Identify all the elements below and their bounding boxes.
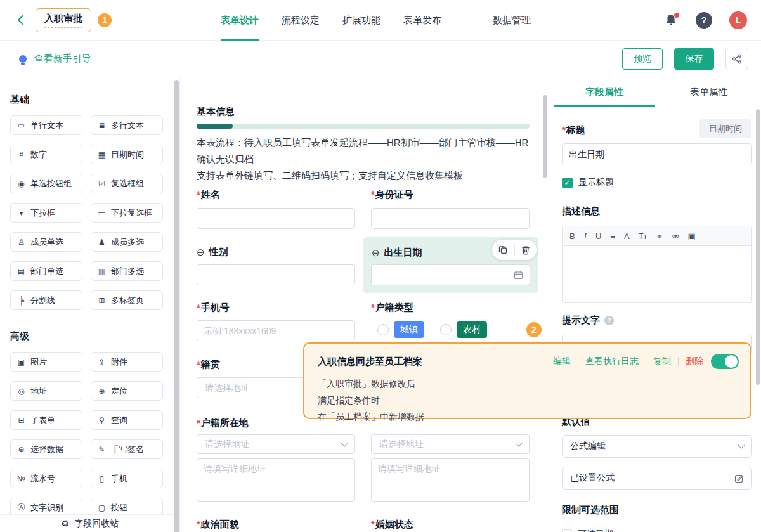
sidebar-field-number[interactable]: #数字 [10,145,82,164]
textarea-address-detail-1[interactable] [197,458,355,502]
sidebar-field-multi-line-text[interactable]: ≣多行文本 [91,115,163,135]
sidebar-field-label: 查询 [111,415,127,426]
field-label-birth-date: ⊖ 出生日期 [372,247,422,259]
prop-hint-label: 提示文字 ? [562,315,614,327]
share-button[interactable] [725,48,748,70]
sidebar-field-dropdown[interactable]: ▾下拉框 [10,203,82,223]
sidebar-field-query[interactable]: ⚲查询 [91,410,163,430]
chevron-left-icon [18,15,28,25]
topbar-tab-data-manage[interactable]: 数据管理 [493,0,531,41]
notification-bell-icon[interactable] [665,13,679,27]
topbar-tab-2[interactable]: 流程设定 [282,0,320,41]
sidebar-field-dept-single[interactable]: ▤部门单选 [10,261,82,281]
bold-icon[interactable]: B [569,231,575,241]
sidebar-field-serial-number[interactable]: №流水号 [10,469,82,488]
calendar-icon[interactable] [514,270,523,280]
input-gender[interactable] [197,264,355,285]
card-action-copy[interactable]: 复制 [653,356,671,367]
automation-toggle[interactable] [711,354,739,369]
panel-scrollbar[interactable] [756,109,760,385]
topbar-tab-3[interactable]: 扩展功能 [342,0,380,41]
align-icon[interactable]: ≡ [610,231,615,241]
sidebar-field-phone[interactable]: ▯手机 [91,469,163,488]
range-option-row[interactable]: 可选日期 [562,529,613,532]
italic-icon[interactable]: I [584,231,587,241]
select-address-region-1[interactable]: 请选择地址 [197,434,355,454]
field-label-gender: ⊖ 性别 [197,246,228,258]
household-option-1: 城镇 [377,321,424,338]
unlink-icon[interactable]: ⚮ [672,231,679,241]
font-color-icon[interactable]: A [624,231,630,241]
help-icon[interactable]: ? [696,12,712,29]
sidebar-field-datetime[interactable]: ▦日期时间 [91,145,163,164]
editor-body[interactable] [563,246,751,302]
option-tag[interactable]: 农村 [457,321,487,338]
panel-tab-2[interactable]: 表单属性 [657,77,761,107]
option-tag[interactable]: 城镇 [394,321,424,338]
sidebar-field-single-line-text[interactable]: ▭单行文本 [10,115,82,135]
sidebar-field-member-multi[interactable]: ♟成员多选 [91,232,163,252]
canvas-scrollbar[interactable] [543,95,547,178]
sidebar-field-dropdown-multi[interactable]: ≔下拉复选框 [91,203,163,223]
help-tooltip-icon[interactable]: ? [604,316,614,325]
formula-status-field[interactable]: 已设置公式 [562,467,752,490]
radio-icon[interactable] [440,324,452,335]
description-rich-editor[interactable]: BIU≡ATᴛ⚭⚮▣ [562,226,752,303]
input-name[interactable] [197,208,355,229]
sidebar-field-subform[interactable]: ⊟子表单 [10,410,82,430]
radio-icon[interactable] [377,324,389,335]
selected-field-birth-date[interactable]: ⊖ 出生日期 [363,237,538,293]
input-mobile[interactable] [197,320,355,341]
checkbox-icon[interactable] [562,529,572,532]
font-size-icon[interactable]: Tᴛ [639,231,647,241]
sidebar-scrollbar[interactable] [174,80,179,532]
preview-button[interactable]: 预览 [622,48,663,70]
sidebar-field-location[interactable]: ⊕定位 [91,381,163,401]
sidebar-field-radio-group[interactable]: ◉单选按钮组 [10,174,82,193]
avatar[interactable]: L [729,11,747,29]
newbie-guide-link[interactable]: 查看新手引导 [19,53,91,65]
topbar-tab-4[interactable]: 表单发布 [403,0,441,41]
sidebar-field-image[interactable]: ▣图片 [10,352,82,372]
save-button[interactable]: 保存 [674,48,714,70]
input-birth-date[interactable] [371,264,530,285]
link-icon[interactable]: ⚭ [656,231,663,241]
topbar-tab-1[interactable]: 表单设计 [221,0,259,41]
datetime-icon: ▦ [97,150,107,159]
panel-tab-bar: 字段属性表单属性 [552,77,761,107]
sidebar-field-divider[interactable]: ╞分割线 [10,290,82,310]
household-type-options: 城镇农村 [377,321,487,338]
card-action-edit[interactable]: 编辑 [553,356,571,367]
sidebar-field-checkbox-group[interactable]: ☑复选框组 [91,174,163,193]
panel-tab-1[interactable]: 字段属性 [552,77,657,107]
sidebar-field-label: 部门多选 [111,266,144,277]
sidebar-field-attachment[interactable]: ⇪附件 [91,352,163,372]
default-value-select[interactable]: 公式编辑 [562,435,752,458]
dept-single-icon: ▤ [16,267,26,276]
sidebar-field-address[interactable]: ◎地址 [10,381,82,401]
sidebar-field-select-data[interactable]: ⊜选择数据 [10,439,82,459]
form-title-box[interactable]: 入职审批 [36,8,91,32]
select-address-region-2[interactable]: 请选择地址 [371,434,530,454]
edit-formula-icon[interactable] [734,474,744,483]
sidebar-field-multi-tab[interactable]: ⊞多标签页 [91,290,163,310]
checkbox-checked-icon[interactable] [562,178,573,188]
sidebar-field-member-single[interactable]: ♙成员单选 [10,232,82,252]
show-title-checkbox-row[interactable]: 显示标题 [562,177,614,188]
underline-icon[interactable]: U [595,231,601,241]
card-action-view-log[interactable]: 查看执行日志 [585,356,639,367]
description-line: 本表流程：待入职员工填写表单发起流程——HR初审——部门主管审核——HR确认无误… [197,134,531,167]
back-button[interactable] [14,13,28,27]
textarea-address-detail-2[interactable] [371,458,530,502]
insert-image-icon[interactable]: ▣ [687,231,695,241]
prop-title-input[interactable] [562,143,752,165]
sidebar-field-signature[interactable]: ✎手写签名 [91,439,163,459]
copy-field-button[interactable] [492,240,514,260]
input-id-number[interactable] [371,208,530,229]
card-action-delete[interactable]: 删除 [686,356,703,367]
delete-field-button[interactable] [515,240,537,260]
field-recycle-bin[interactable]: ♻ 字段回收站 [0,514,179,532]
sidebar-field-label: 手机 [111,473,127,484]
sidebar-field-label: 多行文本 [111,120,144,131]
sidebar-field-dept-multi[interactable]: ▥部门多选 [91,261,163,281]
